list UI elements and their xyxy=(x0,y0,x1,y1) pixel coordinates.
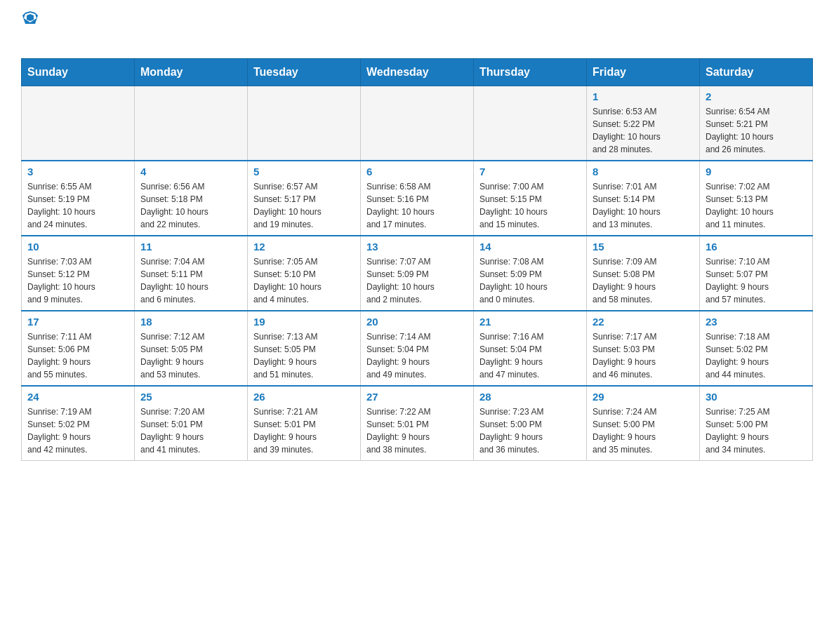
day-info: Sunrise: 7:14 AM Sunset: 5:04 PM Dayligh… xyxy=(366,330,468,381)
calendar-cell: 11Sunrise: 7:04 AM Sunset: 5:11 PM Dayli… xyxy=(135,236,248,311)
day-info: Sunrise: 7:11 AM Sunset: 5:06 PM Dayligh… xyxy=(27,330,128,381)
calendar-cell: 28Sunrise: 7:23 AM Sunset: 5:00 PM Dayli… xyxy=(474,386,587,461)
day-number: 14 xyxy=(479,241,581,253)
day-number: 10 xyxy=(27,241,128,253)
day-number: 11 xyxy=(140,241,241,253)
day-info: Sunrise: 7:04 AM Sunset: 5:11 PM Dayligh… xyxy=(140,255,241,306)
day-number: 23 xyxy=(706,316,807,328)
day-number: 19 xyxy=(253,316,355,328)
day-info: Sunrise: 7:07 AM Sunset: 5:09 PM Dayligh… xyxy=(366,255,468,306)
calendar-week-row: 17Sunrise: 7:11 AM Sunset: 5:06 PM Dayli… xyxy=(22,311,813,386)
day-number: 30 xyxy=(706,391,807,403)
weekday-header-wednesday: Wednesday xyxy=(361,59,474,86)
day-number: 25 xyxy=(140,391,241,403)
day-number: 15 xyxy=(593,241,694,253)
calendar-cell: 12Sunrise: 7:05 AM Sunset: 5:10 PM Dayli… xyxy=(248,236,361,311)
calendar-cell: 16Sunrise: 7:10 AM Sunset: 5:07 PM Dayli… xyxy=(700,236,813,311)
calendar-cell xyxy=(135,86,248,161)
logo-triangle-icon xyxy=(22,11,38,24)
day-number: 26 xyxy=(253,391,355,403)
day-info: Sunrise: 7:25 AM Sunset: 5:00 PM Dayligh… xyxy=(706,405,807,456)
calendar-cell xyxy=(361,86,474,161)
calendar-cell: 21Sunrise: 7:16 AM Sunset: 5:04 PM Dayli… xyxy=(474,311,587,386)
weekday-header-sunday: Sunday xyxy=(22,59,135,86)
calendar-cell: 2Sunrise: 6:54 AM Sunset: 5:21 PM Daylig… xyxy=(700,86,813,161)
page-header xyxy=(21,14,813,46)
day-number: 21 xyxy=(479,316,581,328)
calendar-cell: 4Sunrise: 6:56 AM Sunset: 5:18 PM Daylig… xyxy=(135,161,248,236)
day-info: Sunrise: 7:13 AM Sunset: 5:05 PM Dayligh… xyxy=(253,330,355,381)
day-number: 13 xyxy=(366,241,468,253)
day-info: Sunrise: 7:08 AM Sunset: 5:09 PM Dayligh… xyxy=(479,255,581,306)
calendar-cell: 19Sunrise: 7:13 AM Sunset: 5:05 PM Dayli… xyxy=(248,311,361,386)
day-number: 4 xyxy=(140,166,241,177)
day-info: Sunrise: 7:03 AM Sunset: 5:12 PM Dayligh… xyxy=(27,255,128,306)
day-info: Sunrise: 7:09 AM Sunset: 5:08 PM Dayligh… xyxy=(593,255,694,306)
calendar-cell xyxy=(474,86,587,161)
day-info: Sunrise: 7:01 AM Sunset: 5:14 PM Dayligh… xyxy=(593,180,694,231)
day-info: Sunrise: 6:57 AM Sunset: 5:17 PM Dayligh… xyxy=(253,180,355,231)
day-info: Sunrise: 6:53 AM Sunset: 5:22 PM Dayligh… xyxy=(593,105,694,156)
day-number: 20 xyxy=(366,316,468,328)
calendar-cell: 13Sunrise: 7:07 AM Sunset: 5:09 PM Dayli… xyxy=(361,236,474,311)
day-info: Sunrise: 7:24 AM Sunset: 5:00 PM Dayligh… xyxy=(593,405,694,456)
day-number: 2 xyxy=(706,90,807,102)
day-number: 1 xyxy=(593,90,694,102)
calendar-cell: 20Sunrise: 7:14 AM Sunset: 5:04 PM Dayli… xyxy=(361,311,474,386)
calendar-cell: 9Sunrise: 7:02 AM Sunset: 5:13 PM Daylig… xyxy=(700,161,813,236)
day-number: 28 xyxy=(479,391,581,403)
weekday-header-tuesday: Tuesday xyxy=(248,59,361,86)
day-number: 6 xyxy=(366,166,468,177)
calendar-cell: 18Sunrise: 7:12 AM Sunset: 5:05 PM Dayli… xyxy=(135,311,248,386)
weekday-header-monday: Monday xyxy=(135,59,248,86)
logo xyxy=(21,14,38,46)
day-info: Sunrise: 6:54 AM Sunset: 5:21 PM Dayligh… xyxy=(706,105,807,156)
calendar-week-row: 10Sunrise: 7:03 AM Sunset: 5:12 PM Dayli… xyxy=(22,236,813,311)
calendar-cell: 26Sunrise: 7:21 AM Sunset: 5:01 PM Dayli… xyxy=(248,386,361,461)
calendar-cell: 29Sunrise: 7:24 AM Sunset: 5:00 PM Dayli… xyxy=(587,386,700,461)
calendar-week-row: 3Sunrise: 6:55 AM Sunset: 5:19 PM Daylig… xyxy=(22,161,813,236)
day-info: Sunrise: 7:12 AM Sunset: 5:05 PM Dayligh… xyxy=(140,330,241,381)
day-info: Sunrise: 7:16 AM Sunset: 5:04 PM Dayligh… xyxy=(479,330,581,381)
weekday-header-saturday: Saturday xyxy=(700,59,813,86)
calendar-cell xyxy=(22,86,135,161)
calendar-cell: 23Sunrise: 7:18 AM Sunset: 5:02 PM Dayli… xyxy=(700,311,813,386)
calendar-cell: 3Sunrise: 6:55 AM Sunset: 5:19 PM Daylig… xyxy=(22,161,135,236)
calendar-cell: 25Sunrise: 7:20 AM Sunset: 5:01 PM Dayli… xyxy=(135,386,248,461)
day-number: 8 xyxy=(593,166,694,177)
calendar-cell: 5Sunrise: 6:57 AM Sunset: 5:17 PM Daylig… xyxy=(248,161,361,236)
day-number: 16 xyxy=(706,241,807,253)
day-number: 24 xyxy=(27,391,128,403)
day-number: 9 xyxy=(706,166,807,177)
calendar-week-row: 24Sunrise: 7:19 AM Sunset: 5:02 PM Dayli… xyxy=(22,386,813,461)
weekday-header-row: SundayMondayTuesdayWednesdayThursdayFrid… xyxy=(22,59,813,86)
day-info: Sunrise: 6:56 AM Sunset: 5:18 PM Dayligh… xyxy=(140,180,241,231)
day-number: 18 xyxy=(140,316,241,328)
day-info: Sunrise: 7:02 AM Sunset: 5:13 PM Dayligh… xyxy=(706,180,807,231)
day-number: 27 xyxy=(366,391,468,403)
calendar-cell: 30Sunrise: 7:25 AM Sunset: 5:00 PM Dayli… xyxy=(700,386,813,461)
calendar-week-row: 1Sunrise: 6:53 AM Sunset: 5:22 PM Daylig… xyxy=(22,86,813,161)
calendar-cell: 17Sunrise: 7:11 AM Sunset: 5:06 PM Dayli… xyxy=(22,311,135,386)
weekday-header-friday: Friday xyxy=(587,59,700,86)
day-info: Sunrise: 7:10 AM Sunset: 5:07 PM Dayligh… xyxy=(706,255,807,306)
day-info: Sunrise: 7:00 AM Sunset: 5:15 PM Dayligh… xyxy=(479,180,581,231)
calendar-cell: 6Sunrise: 6:58 AM Sunset: 5:16 PM Daylig… xyxy=(361,161,474,236)
calendar-cell: 7Sunrise: 7:00 AM Sunset: 5:15 PM Daylig… xyxy=(474,161,587,236)
calendar-cell: 8Sunrise: 7:01 AM Sunset: 5:14 PM Daylig… xyxy=(587,161,700,236)
weekday-header-thursday: Thursday xyxy=(474,59,587,86)
day-number: 3 xyxy=(27,166,128,177)
day-info: Sunrise: 7:05 AM Sunset: 5:10 PM Dayligh… xyxy=(253,255,355,306)
day-info: Sunrise: 7:18 AM Sunset: 5:02 PM Dayligh… xyxy=(706,330,807,381)
calendar-cell xyxy=(248,86,361,161)
day-info: Sunrise: 7:20 AM Sunset: 5:01 PM Dayligh… xyxy=(140,405,241,456)
day-number: 7 xyxy=(479,166,581,177)
day-info: Sunrise: 6:58 AM Sunset: 5:16 PM Dayligh… xyxy=(366,180,468,231)
day-number: 5 xyxy=(253,166,355,177)
day-number: 22 xyxy=(593,316,694,328)
calendar-cell: 1Sunrise: 6:53 AM Sunset: 5:22 PM Daylig… xyxy=(587,86,700,161)
day-info: Sunrise: 7:22 AM Sunset: 5:01 PM Dayligh… xyxy=(366,405,468,456)
day-number: 29 xyxy=(593,391,694,403)
day-info: Sunrise: 7:17 AM Sunset: 5:03 PM Dayligh… xyxy=(593,330,694,381)
svg-marker-2 xyxy=(27,14,34,21)
